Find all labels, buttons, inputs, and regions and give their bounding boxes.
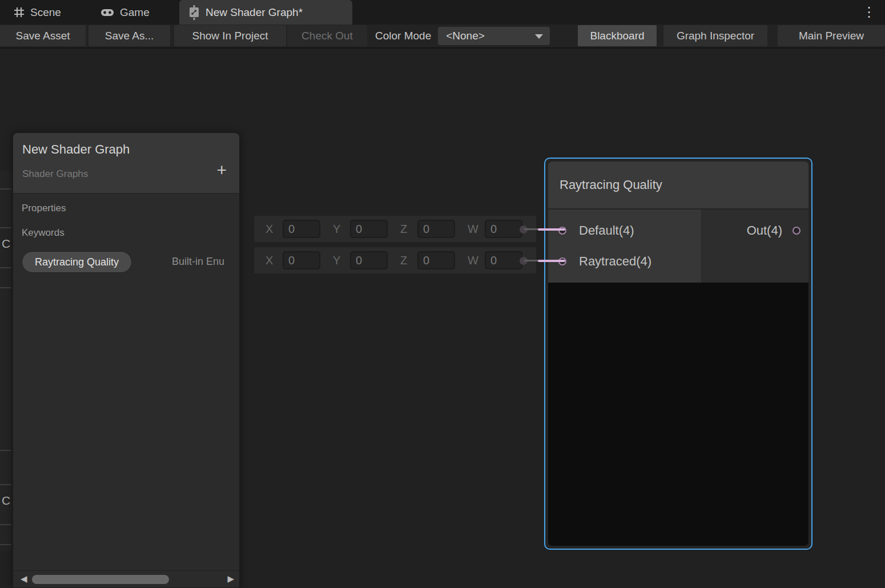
z-field[interactable]: 0	[417, 251, 455, 269]
node-preview	[548, 283, 808, 546]
toolbar-spacer	[550, 25, 578, 47]
connection-edge	[538, 228, 565, 231]
blackboard-subtitle: Shader Graphs	[22, 168, 88, 180]
blackboard-toggle-button[interactable]: Blackboard	[578, 25, 657, 46]
main-preview-toggle-button[interactable]: Main Preview	[778, 25, 885, 46]
blackboard-panel: New Shader Graph Shader Graphs + Propert…	[13, 132, 240, 588]
node-output-column: Out(4)	[701, 210, 808, 283]
save-as-button[interactable]: Save As...	[88, 25, 170, 46]
x-label: X	[266, 254, 283, 267]
tab-bar: Scene Game New Shader Graph* ⋮	[0, 0, 885, 25]
section-keywords[interactable]: Keywords	[22, 227, 239, 239]
raytracing-quality-field-pill[interactable]: Raytracing Quality	[22, 251, 132, 273]
add-property-button[interactable]: +	[216, 162, 227, 179]
show-in-project-button[interactable]: Show In Project	[174, 25, 286, 46]
x-field[interactable]: 0	[283, 251, 320, 269]
blackboard-field-row: Raytracing Quality Built-in Enu	[13, 251, 239, 274]
graph-inspector-toggle-button[interactable]: Graph Inspector	[663, 25, 767, 46]
kebab-menu-icon[interactable]: ⋮	[861, 2, 877, 22]
scene-grid-icon	[14, 7, 25, 18]
y-label: Y	[333, 223, 350, 236]
tab-new-shader-graph[interactable]: New Shader Graph*	[179, 0, 352, 25]
raytracing-quality-node[interactable]: Raytracing Quality Default(4) Raytraced(…	[544, 158, 812, 550]
w-field[interactable]: 0	[485, 251, 522, 269]
vector4-input-row: X0 Y0 Z0 W0	[254, 216, 536, 242]
node-input-column: Default(4) Raytraced(4)	[548, 210, 701, 283]
output-port-row: Out(4)	[702, 215, 808, 246]
node-port-area: Default(4) Raytraced(4) Out(4)	[548, 210, 808, 283]
hidden-node-text: C	[2, 237, 11, 251]
tab-new-shader-graph-label: New Shader Graph*	[206, 6, 303, 19]
scroll-left-arrow-icon[interactable]: ◀	[21, 574, 27, 584]
scrollbar-thumb[interactable]	[32, 575, 169, 584]
output-port-icon[interactable]	[793, 227, 800, 235]
tab-scene-label: Scene	[30, 6, 61, 19]
shader-graph-toolbar: Save Asset Save As... Show In Project Ch…	[0, 25, 885, 49]
blackboard-header: New Shader Graph Shader Graphs +	[13, 133, 239, 194]
node-title: Raytracing Quality	[548, 162, 808, 208]
field-type-label: Built-in Enu	[172, 256, 224, 268]
input-port-row-raytraced: Raytraced(4)	[548, 246, 701, 277]
hidden-node-text: C	[2, 494, 11, 508]
x-label: X	[266, 223, 283, 236]
input-port-row-default: Default(4)	[548, 215, 701, 246]
w-label: W	[468, 223, 485, 236]
blackboard-title: New Shader Graph	[22, 142, 130, 157]
tab-game-label: Game	[120, 6, 150, 19]
save-asset-button[interactable]: Save Asset	[0, 25, 86, 46]
unity-shader-graph-window: Scene Game New Shader Graph* ⋮ Save Asse…	[0, 0, 885, 588]
blackboard-horizontal-scrollbar: ◀ ▶	[13, 570, 239, 587]
y-label: Y	[333, 254, 350, 267]
z-label: Z	[400, 254, 417, 267]
color-mode-value: <None>	[446, 30, 485, 42]
z-field[interactable]: 0	[417, 220, 455, 238]
section-properties[interactable]: Properties	[22, 203, 239, 214]
dropdown-arrow-icon	[535, 34, 543, 39]
w-label: W	[468, 254, 485, 267]
w-field[interactable]: 0	[485, 220, 522, 238]
y-field[interactable]: 0	[350, 251, 388, 269]
input-port-label: Raytraced(4)	[579, 254, 651, 269]
vector4-input-row: X0 Y0 Z0 W0	[254, 247, 536, 273]
tab-scene[interactable]: Scene	[0, 0, 86, 25]
x-field[interactable]: 0	[283, 220, 320, 238]
scroll-right-arrow-icon[interactable]: ▶	[227, 574, 234, 584]
output-port-label: Out(4)	[747, 223, 782, 238]
color-mode-dropdown[interactable]: <None>	[438, 27, 550, 45]
connection-edge	[538, 260, 565, 262]
check-out-button: Check Out	[287, 25, 367, 46]
y-field[interactable]: 0	[350, 220, 388, 238]
tab-game[interactable]: Game	[90, 0, 164, 25]
input-port-label: Default(4)	[579, 223, 634, 238]
z-label: Z	[400, 223, 417, 236]
graph-canvas[interactable]: C C New Shader Graph Shader Graphs + Pro…	[0, 49, 885, 588]
color-mode-label: Color Mode	[375, 25, 431, 47]
shader-graph-icon	[188, 5, 200, 20]
gamepad-icon	[100, 8, 114, 17]
